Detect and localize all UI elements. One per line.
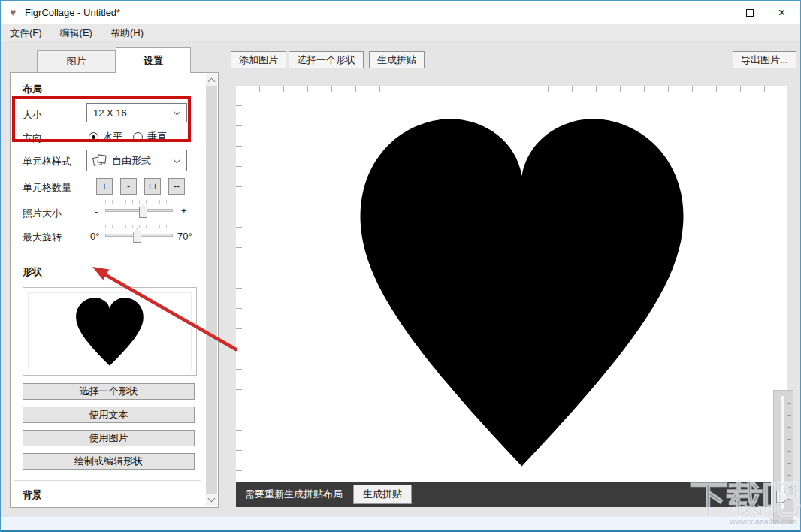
- background-section-title: 背景: [23, 488, 42, 502]
- photo-size-min-label: -: [95, 206, 98, 217]
- cell-count-minusminus-button[interactable]: --: [168, 178, 185, 195]
- minimize-button[interactable]: —: [699, 1, 733, 24]
- cell-style-dropdown[interactable]: 自由形式: [86, 150, 187, 171]
- chevron-down-icon: [174, 108, 181, 116]
- export-image-button[interactable]: 导出图片...: [733, 51, 796, 68]
- minimize-icon: —: [711, 7, 721, 19]
- window-title: FigrCollage - Untitled*: [25, 7, 120, 18]
- scrollbar-thumb[interactable]: [206, 86, 217, 494]
- size-label: 大小: [23, 108, 42, 122]
- cell-count-minus-button[interactable]: -: [120, 178, 137, 195]
- maximize-button[interactable]: [733, 1, 766, 24]
- rotation-slider[interactable]: [105, 228, 173, 243]
- shape-preview: [23, 287, 197, 376]
- cell-count-plus-button[interactable]: +: [96, 178, 113, 195]
- photo-size-label: 照片大小: [23, 207, 62, 220]
- rotation-min-label: 0°: [90, 231, 99, 242]
- close-icon: ×: [778, 6, 785, 20]
- rotation-max-label: 70°: [177, 231, 192, 242]
- heart-shape-thumbnail: [68, 294, 151, 369]
- regenerate-bar: 需要重新生成拼贴布局 生成拼贴: [236, 482, 771, 507]
- chevron-down-icon: [174, 156, 181, 163]
- rotation-slider-thumb[interactable]: [133, 228, 141, 243]
- size-value: 12 X 16: [93, 107, 127, 119]
- photo-size-slider[interactable]: [105, 203, 173, 218]
- panel-scrollbar[interactable]: [206, 74, 217, 506]
- radio-vertical-label[interactable]: 垂直: [147, 130, 167, 144]
- orientation-label: 方向: [23, 131, 42, 145]
- canvas-left-ticks: [236, 105, 242, 478]
- generate-collage-button[interactable]: 生成拼贴: [353, 485, 412, 504]
- rotation-label: 最大旋转: [23, 231, 62, 244]
- collage-canvas[interactable]: [236, 86, 787, 482]
- radio-vertical-icon[interactable]: [133, 132, 143, 142]
- choose-shape-button[interactable]: 选择一个形状: [23, 383, 195, 400]
- orientation-radio-group: 水平 垂直: [89, 130, 173, 144]
- menu-edit[interactable]: 编辑(E): [60, 26, 92, 40]
- radio-horizontal-icon[interactable]: [89, 132, 98, 142]
- regenerate-message: 需要重新生成拼贴布局: [245, 488, 343, 501]
- cell-style-value: 自由形式: [112, 154, 151, 168]
- cell-count-plusplus-button[interactable]: ++: [144, 178, 161, 195]
- add-images-button[interactable]: 添加图片: [231, 51, 286, 68]
- heart-collage-shape: [332, 99, 712, 482]
- app-heart-icon: ♥: [10, 6, 16, 18]
- photo-size-max-label: +: [181, 205, 187, 216]
- size-dropdown[interactable]: 12 X 16: [86, 103, 187, 122]
- section-divider: [14, 258, 201, 258]
- menu-bar: 文件(F) 编辑(E) 帮助(H): [1, 24, 800, 41]
- zoom-slider-ticks: [787, 403, 791, 502]
- section-divider: [14, 480, 201, 481]
- title-bar: ♥ FigrCollage - Untitled* — ×: [1, 1, 800, 24]
- cell-count-label: 单元格数量: [23, 181, 71, 195]
- use-text-button[interactable]: 使用文本: [23, 407, 195, 423]
- scroll-down-icon[interactable]: [208, 495, 216, 503]
- menu-help[interactable]: 帮助(H): [110, 26, 144, 40]
- tab-settings[interactable]: 设置: [116, 47, 191, 73]
- scroll-up-icon[interactable]: [208, 78, 216, 86]
- choose-shape-toolbar-button[interactable]: 选择一个形状: [289, 51, 364, 68]
- generate-collage-toolbar-button[interactable]: 生成拼贴: [369, 51, 425, 68]
- app-window: ♥ FigrCollage - Untitled* — × 文件(F) 编辑(E…: [0, 0, 801, 532]
- canvas-top-ticks: [259, 86, 787, 92]
- slider-ticks: [105, 200, 173, 204]
- shape-section-title: 形状: [23, 265, 42, 279]
- use-image-button[interactable]: 使用图片: [23, 430, 195, 446]
- freeform-shapes-icon: [93, 154, 107, 168]
- status-bar: [1, 516, 800, 530]
- cell-style-label: 单元格样式: [23, 155, 71, 168]
- radio-horizontal-label[interactable]: 水平: [103, 130, 122, 144]
- canvas-zoom-slider[interactable]: [773, 390, 793, 524]
- settings-panel: 布局 大小 12 X 16 方向 水平 垂直 单元格样式 自由形式 单元格数量 …: [10, 72, 219, 508]
- layout-section-title: 布局: [23, 83, 42, 96]
- photo-size-slider-thumb[interactable]: [139, 204, 147, 218]
- close-button[interactable]: ×: [765, 1, 799, 24]
- tab-pictures[interactable]: 图片: [37, 50, 116, 73]
- slider-ticks: [105, 225, 173, 228]
- maximize-icon: [746, 9, 754, 17]
- menu-file[interactable]: 文件(F): [10, 26, 42, 40]
- draw-edit-shape-button[interactable]: 绘制或编辑形状: [23, 453, 195, 470]
